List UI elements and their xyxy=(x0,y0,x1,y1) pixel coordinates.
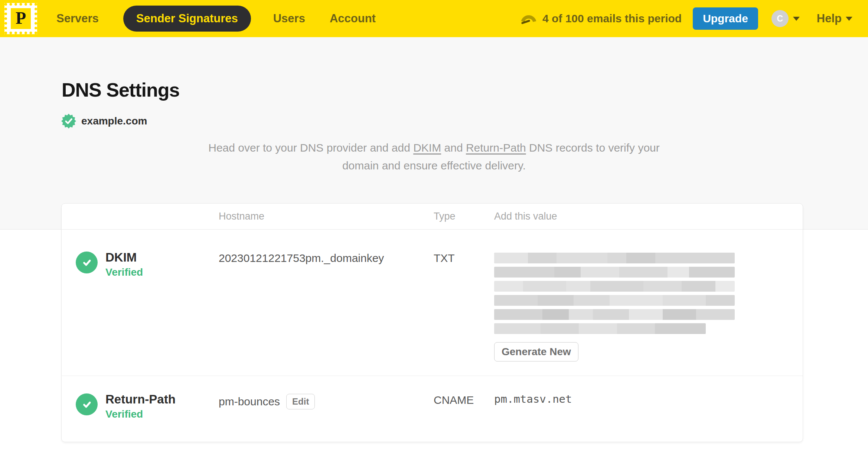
verified-check-icon xyxy=(76,252,98,273)
return-path-status-cell: Return-Path Verified xyxy=(62,393,219,420)
instructions-text: Head over to your DNS provider and add D… xyxy=(199,139,669,175)
avatar[interactable]: C xyxy=(771,10,789,27)
nav-item-sender-signatures[interactable]: Sender Signatures xyxy=(123,6,251,32)
account-menu[interactable]: C xyxy=(771,10,800,27)
top-navigation-bar: P Servers Sender Signatures Users Accoun… xyxy=(0,0,868,37)
nav-item-servers[interactable]: Servers xyxy=(56,12,99,25)
instructions-intro: Head over to your DNS provider and add xyxy=(208,142,413,154)
return-path-hostname-cell: pm-bounces Edit xyxy=(219,393,434,409)
verified-check-icon xyxy=(76,393,98,415)
dkim-value-cell: Generate New xyxy=(494,251,803,361)
domain-name: example.com xyxy=(81,115,147,127)
postmark-logo[interactable]: P xyxy=(4,3,37,34)
help-label: Help xyxy=(817,12,842,25)
redacted-value-line xyxy=(494,281,735,292)
dns-settings-page: DNS Settings example.com Head over to yo… xyxy=(0,79,868,175)
gauge-icon xyxy=(520,12,537,26)
chevron-down-icon xyxy=(793,17,800,21)
edit-button[interactable]: Edit xyxy=(286,394,315,409)
help-menu[interactable]: Help xyxy=(817,12,852,25)
topbar-right-cluster: 4 of 100 emails this period Upgrade C He… xyxy=(520,7,852,30)
redacted-value-line xyxy=(494,309,735,320)
generate-new-button[interactable]: Generate New xyxy=(494,342,578,361)
primary-nav: Servers Sender Signatures Users Account xyxy=(56,6,400,32)
record-name: DKIM xyxy=(105,251,143,264)
postmark-logo-letter: P xyxy=(11,8,31,29)
return-path-status-text: Return-Path Verified xyxy=(105,393,176,420)
dns-records-table: Hostname Type Add this value DKIM Verifi… xyxy=(61,203,803,442)
nav-item-users[interactable]: Users xyxy=(273,12,305,25)
table-row-return-path: Return-Path Verified pm-bounces Edit CNA… xyxy=(62,376,803,442)
dkim-hostname: 20230121221753pm._domainkey xyxy=(219,251,434,265)
dkim-type: TXT xyxy=(434,251,494,265)
nav-item-account[interactable]: Account xyxy=(330,12,376,25)
column-header-hostname: Hostname xyxy=(219,211,434,222)
dkim-status-cell: DKIM Verified xyxy=(62,251,219,278)
status-badge: Verified xyxy=(105,266,143,278)
status-badge: Verified xyxy=(105,408,176,420)
return-path-hostname: pm-bounces xyxy=(219,395,280,408)
upgrade-button[interactable]: Upgrade xyxy=(693,7,758,30)
chevron-down-icon xyxy=(846,17,852,21)
table-row-dkim: DKIM Verified 20230121221753pm._domainke… xyxy=(62,230,803,376)
table-header-row: Hostname Type Add this value xyxy=(62,204,803,230)
column-header-type: Type xyxy=(434,211,494,222)
return-path-link[interactable]: Return-Path xyxy=(466,142,526,154)
dkim-link[interactable]: DKIM xyxy=(413,142,441,154)
record-name: Return-Path xyxy=(105,393,176,406)
usage-text: 4 of 100 emails this period xyxy=(542,12,682,25)
instructions-mid: and xyxy=(441,142,466,154)
page-title: DNS Settings xyxy=(62,79,868,101)
dkim-status-text: DKIM Verified xyxy=(105,251,143,278)
column-header-value: Add this value xyxy=(494,211,803,222)
redacted-value-line xyxy=(494,267,735,278)
return-path-type: CNAME xyxy=(434,393,494,406)
return-path-value: pm.mtasv.net xyxy=(494,393,803,405)
redacted-value-line xyxy=(494,323,706,334)
usage-meter[interactable]: 4 of 100 emails this period xyxy=(520,12,682,26)
redacted-value-line xyxy=(494,253,735,263)
verified-seal-icon xyxy=(61,113,76,129)
redacted-value-line xyxy=(494,295,735,306)
redacted-dkim-value xyxy=(494,251,803,334)
domain-row: example.com xyxy=(61,113,868,129)
